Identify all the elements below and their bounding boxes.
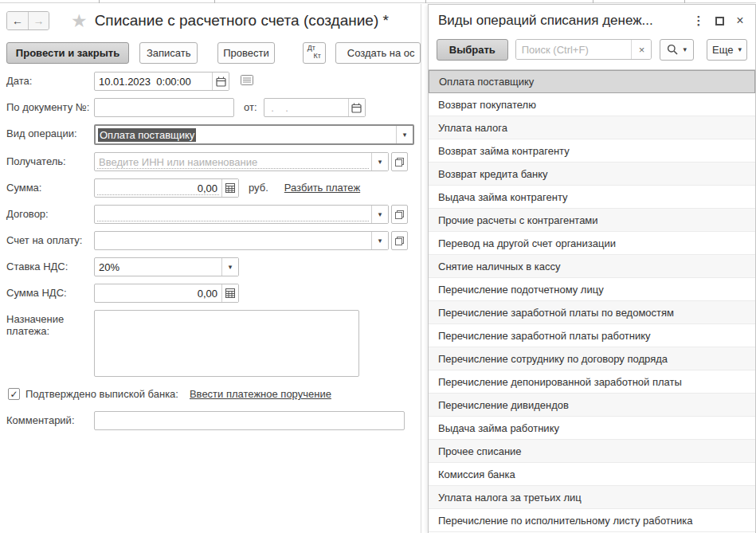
document-list-icon[interactable] xyxy=(241,72,253,85)
open-in-new-icon xyxy=(395,210,404,219)
amount-input[interactable] xyxy=(95,179,221,197)
amount-row: Сумма: руб. Разбить платеж xyxy=(6,178,421,198)
operation-type-item[interactable]: Уплата налога xyxy=(429,116,755,139)
operation-type-item[interactable]: Прочее списание xyxy=(429,440,755,463)
operation-type-item-label: Прочее списание xyxy=(438,445,522,457)
vat-rate-combobox[interactable]: ▾ xyxy=(94,257,239,276)
comment-label: Комментарий: xyxy=(6,411,94,426)
create-based-on-button[interactable]: Создать на ос xyxy=(335,42,421,64)
invoice-label: Счет на оплату: xyxy=(6,231,94,246)
operation-type-item[interactable]: Перевод на другой счет организации xyxy=(429,232,755,255)
split-payment-link[interactable]: Разбить платеж xyxy=(284,178,360,194)
maximize-icon xyxy=(715,17,724,25)
open-contract-button[interactable] xyxy=(391,205,408,224)
open-in-new-icon xyxy=(395,158,404,167)
operation-type-item[interactable]: Возврат кредита банку xyxy=(429,163,755,186)
panel-menu-button[interactable]: ⋮ xyxy=(688,10,709,31)
doc-number-row: По документу №: от: xyxy=(6,98,421,117)
doc-number-field xyxy=(94,98,234,117)
select-button[interactable]: Выбрать xyxy=(437,39,508,61)
operation-type-item-label: Оплата поставщику xyxy=(439,76,534,88)
purpose-textarea[interactable] xyxy=(94,310,359,377)
doc-number-input[interactable] xyxy=(95,99,233,116)
operation-type-item[interactable]: Перечисление депонированной заработной п… xyxy=(429,370,755,394)
calendar-icon[interactable] xyxy=(348,99,365,116)
contract-input[interactable] xyxy=(95,206,371,223)
operation-type-combobox[interactable]: Оплата поставщику ▾ xyxy=(94,124,414,145)
tab-strip xyxy=(0,0,756,3)
calculator-icon[interactable] xyxy=(221,284,238,302)
operation-type-item-label: Перечисление по исполнительному листу ра… xyxy=(438,515,692,527)
operation-type-item-label: Прочие расчеты с контрагентами xyxy=(438,214,598,226)
search-options-button[interactable]: ▾ xyxy=(660,39,694,61)
operation-type-item-label: Выдача займа контрагенту xyxy=(438,191,568,203)
operation-types-list: Оплата поставщику Возврат покупателю Упл… xyxy=(429,69,755,533)
calculator-icon[interactable] xyxy=(221,179,238,197)
operation-type-item-label: Возврат займа контрагенту xyxy=(438,145,570,157)
amount-field xyxy=(94,178,239,198)
payee-input[interactable] xyxy=(95,153,371,170)
confirmed-row: ✓ Подтверждено выпиской банка: Ввести пл… xyxy=(8,387,421,401)
favorite-star-icon[interactable]: ★ xyxy=(71,12,88,30)
application-window: ← → ★ Списание с расчетного счета (созда… xyxy=(0,0,756,533)
chevron-down-icon[interactable]: ▾ xyxy=(221,258,238,276)
chevron-down-icon: ▾ xyxy=(738,45,742,53)
enter-payment-order-link[interactable]: Ввести платежное поручение xyxy=(190,388,331,400)
post-and-close-button[interactable]: Провести и закрыть xyxy=(6,42,129,64)
operation-type-item[interactable]: Перечисление сотруднику по договору подр… xyxy=(429,347,755,370)
payee-field: ▾ xyxy=(94,152,389,171)
vat-amount-field xyxy=(94,284,239,303)
purpose-row: Назначение платежа: xyxy=(6,310,421,377)
show-postings-dtkt-button[interactable]: Дт Кт xyxy=(303,42,326,64)
operation-type-item[interactable]: Перечисление дивидендов xyxy=(429,394,755,417)
chevron-down-icon[interactable]: ▾ xyxy=(371,206,388,223)
operation-type-item[interactable]: Выдача займа работнику xyxy=(429,417,755,440)
operation-type-item[interactable]: Комиссия банка xyxy=(429,463,755,486)
open-payee-button[interactable] xyxy=(391,152,408,171)
calendar-icon[interactable] xyxy=(212,73,229,90)
operation-type-item[interactable]: Перечисление по исполнительному листу ра… xyxy=(429,509,755,532)
forward-button[interactable]: → xyxy=(28,12,49,29)
open-invoice-button[interactable] xyxy=(391,231,408,250)
operation-type-item[interactable]: Возврат покупателю xyxy=(429,93,755,116)
comment-row: Комментарий: xyxy=(6,411,421,430)
maximize-button[interactable] xyxy=(709,10,730,31)
purpose-label: Назначение платежа: xyxy=(6,310,94,337)
operation-type-item[interactable]: Снятие наличных в кассу xyxy=(429,255,755,278)
chevron-down-icon[interactable]: ▾ xyxy=(396,126,413,143)
back-button[interactable]: ← xyxy=(7,12,28,29)
operation-type-item[interactable]: Уплата налога за третьих лиц xyxy=(429,486,755,509)
operation-type-item[interactable]: Перечисление заработной платы по ведомос… xyxy=(429,301,755,324)
operation-type-item[interactable]: Выдача займа контрагенту xyxy=(429,186,755,209)
operation-type-item[interactable]: Перечисление заработной платы работнику xyxy=(429,324,755,347)
operation-type-item-label: Перечисление подотчетному лицу xyxy=(438,284,604,296)
save-button[interactable]: Записать xyxy=(139,42,198,64)
doc-date-input[interactable] xyxy=(264,99,348,116)
confirmed-label: Подтверждено выпиской банка: xyxy=(25,388,178,400)
checkmark-icon: ✓ xyxy=(10,390,18,399)
tab-separator xyxy=(593,0,593,3)
operation-type-item[interactable]: Перечисление подотчетному лицу xyxy=(429,278,755,301)
date-row: Дата: xyxy=(6,72,421,91)
comment-input[interactable] xyxy=(95,412,404,429)
operation-type-item[interactable]: Возврат займа контрагенту xyxy=(429,139,755,163)
clear-search-button[interactable]: × xyxy=(631,40,651,59)
operation-type-item-label: Возврат покупателю xyxy=(438,99,536,111)
vat-amount-input[interactable] xyxy=(95,284,221,302)
history-nav: ← → xyxy=(6,11,49,30)
vat-rate-input[interactable] xyxy=(95,258,221,276)
operation-type-item-label: Перевод на другой счет организации xyxy=(438,237,616,249)
close-button[interactable]: × xyxy=(730,10,750,31)
post-button[interactable]: Провести xyxy=(217,42,274,64)
operation-type-label: Вид операции: xyxy=(6,124,94,139)
more-button[interactable]: Еще ▾ xyxy=(707,39,747,61)
date-input[interactable] xyxy=(95,73,212,90)
operation-type-item[interactable]: Прочие расчеты с контрагентами xyxy=(429,209,755,232)
vat-amount-label: Сумма НДС: xyxy=(6,284,94,299)
invoice-input[interactable] xyxy=(95,232,371,249)
search-input[interactable] xyxy=(516,40,632,59)
chevron-down-icon[interactable]: ▾ xyxy=(371,232,388,249)
operation-type-item[interactable]: Оплата поставщику xyxy=(429,70,755,93)
confirmed-checkbox[interactable]: ✓ xyxy=(8,388,20,400)
chevron-down-icon[interactable]: ▾ xyxy=(371,153,388,170)
